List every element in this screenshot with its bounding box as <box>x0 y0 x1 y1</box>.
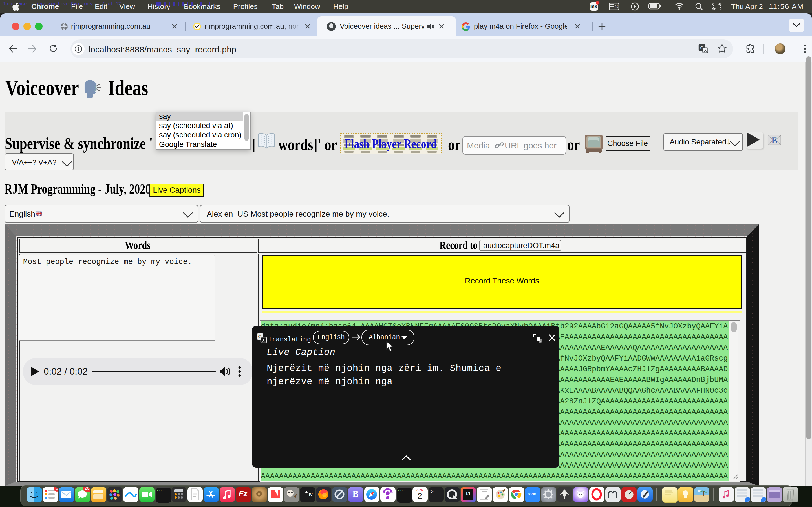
svg-text:tv: tv <box>309 492 313 497</box>
